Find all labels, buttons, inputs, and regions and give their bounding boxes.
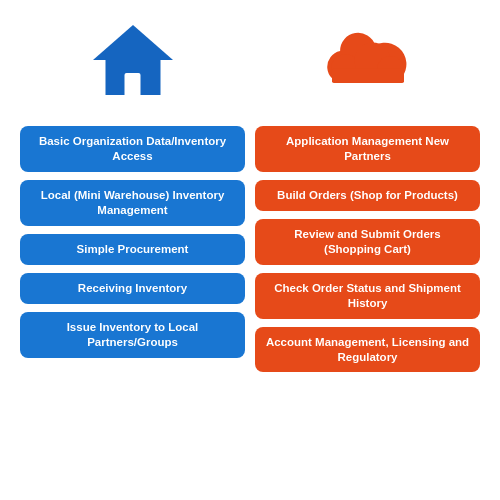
btn-simple-proc[interactable]: Simple Procurement: [20, 234, 245, 265]
cloud-icon: [323, 28, 413, 93]
btn-local-mini[interactable]: Local (Mini Warehouse) Inventory Managem…: [20, 180, 245, 226]
btn-app-mgmt[interactable]: Application Management New Partners: [255, 126, 480, 172]
btn-issue-inv[interactable]: Issue Inventory to Local Partners/Groups: [20, 312, 245, 358]
house-icon-area: [98, 10, 168, 110]
svg-rect-3: [332, 68, 404, 82]
house-door: [125, 73, 141, 95]
btn-receiving-inv[interactable]: Receiving Inventory: [20, 273, 245, 304]
right-column: Application Management New Partners Buil…: [255, 10, 480, 372]
house-body: [105, 53, 160, 95]
columns-layout: Basic Organization Data/Inventory Access…: [20, 10, 480, 372]
cloud-icon-area: [323, 10, 413, 110]
btn-check-order[interactable]: Check Order Status and Shipment History: [255, 273, 480, 319]
btn-build-orders[interactable]: Build Orders (Shop for Products): [255, 180, 480, 211]
btn-review-submit[interactable]: Review and Submit Orders (Shopping Cart): [255, 219, 480, 265]
btn-account-mgmt[interactable]: Account Management, Licensing and Regula…: [255, 327, 480, 373]
left-column: Basic Organization Data/Inventory Access…: [20, 10, 245, 372]
main-container: Basic Organization Data/Inventory Access…: [0, 0, 500, 500]
house-icon: [98, 25, 168, 95]
btn-basic-org[interactable]: Basic Organization Data/Inventory Access: [20, 126, 245, 172]
